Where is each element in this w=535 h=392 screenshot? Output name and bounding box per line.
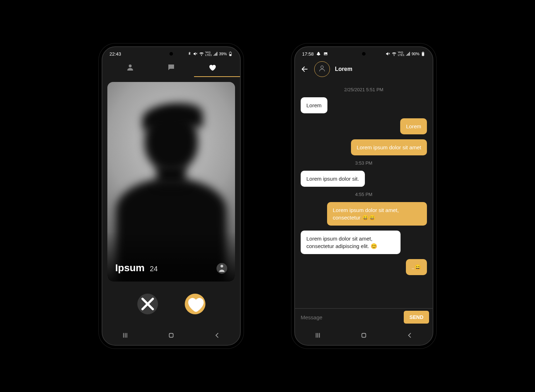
recents-icon[interactable]: [121, 331, 129, 339]
message-sent: Lorem ipsum dolor sit amet: [301, 139, 427, 155]
phone-chat-screen: 17:58 Vo))LTE1 90% Lorem 2/25/2021 5:51 …: [294, 46, 433, 346]
svg-point-7: [325, 53, 325, 54]
message-received: Lorem ipsum dolor sit.: [301, 171, 427, 187]
wifi-icon: [392, 51, 397, 56]
wifi-icon: [199, 51, 204, 56]
android-nav-bar: [295, 326, 433, 345]
svg-point-4: [220, 265, 223, 268]
network-label: Vo))LTE1: [398, 51, 404, 57]
chat-contact-name: Lorem: [335, 66, 352, 72]
mute-icon: [386, 51, 391, 56]
svg-rect-12: [362, 334, 366, 337]
chat-timestamp: 2/25/2021 5:51 PM: [301, 87, 427, 92]
back-button[interactable]: [301, 65, 309, 73]
signal-icon: [406, 51, 411, 56]
top-tabs: [102, 58, 240, 76]
mute-icon: [193, 51, 198, 56]
chat-timestamp: 3:53 PM: [301, 160, 427, 166]
battery-pct: 90%: [412, 52, 419, 56]
message-input[interactable]: [301, 314, 400, 320]
profile-info-button[interactable]: [216, 263, 227, 274]
home-icon[interactable]: [360, 331, 368, 339]
phone-swipe-screen: 22:43 Vo))LTE1 39%: [102, 46, 241, 346]
message-received: Lorem ipsum dolor sit amet, consectetur …: [301, 231, 427, 254]
signal-icon: [213, 51, 218, 56]
home-icon[interactable]: [167, 331, 175, 339]
svg-rect-5: [169, 334, 173, 337]
svg-rect-9: [422, 53, 424, 56]
message-received: Lorem: [301, 97, 427, 113]
pass-button[interactable]: [137, 294, 158, 314]
profile-name: Ipsum: [115, 262, 144, 273]
like-button[interactable]: [185, 294, 205, 314]
chat-header: Lorem: [295, 58, 433, 81]
back-icon[interactable]: [406, 331, 414, 339]
tab-matches[interactable]: [208, 63, 216, 72]
message-sent: Lorem ipsum dolor sit amet, consectetur …: [301, 202, 427, 226]
battery-icon: [228, 51, 233, 56]
battery-pct: 39%: [219, 52, 227, 56]
person-icon: [318, 65, 326, 74]
message-sent: ..😄: [301, 259, 427, 275]
status-time: 22:43: [109, 51, 121, 57]
svg-rect-10: [423, 52, 423, 52]
status-bar: 22:43 Vo))LTE1 39%: [102, 47, 240, 58]
network-label: Vo))LTE1: [205, 51, 212, 57]
tab-profile[interactable]: [126, 63, 134, 72]
bluetooth-icon: [187, 51, 192, 56]
message-sent: Lorem: [301, 118, 427, 134]
picture-icon: [323, 51, 328, 56]
recents-icon[interactable]: [314, 331, 322, 339]
android-nav-bar: [102, 326, 240, 345]
svg-point-3: [129, 65, 132, 67]
chat-body[interactable]: 2/25/2021 5:51 PM Lorem Lorem Lorem ipsu…: [295, 81, 433, 309]
send-button[interactable]: SEND: [404, 311, 429, 324]
chat-timestamp: 4:55 PM: [301, 192, 427, 197]
battery-icon: [421, 51, 426, 56]
back-icon[interactable]: [213, 331, 221, 339]
svg-rect-1: [230, 54, 231, 56]
snapchat-icon: [316, 51, 321, 56]
chat-input-bar: SEND: [295, 308, 433, 326]
svg-rect-2: [230, 52, 231, 52]
card-area: Ipsum 24: [102, 77, 240, 287]
status-time: 17:58: [302, 51, 314, 57]
status-bar: 17:58 Vo))LTE1 90%: [295, 47, 433, 58]
action-row: [102, 287, 240, 321]
chat-avatar[interactable]: [314, 61, 330, 77]
svg-point-11: [321, 66, 323, 68]
profile-age: 24: [150, 265, 158, 273]
profile-card[interactable]: Ipsum 24: [107, 82, 235, 282]
tab-messages[interactable]: [167, 63, 175, 72]
